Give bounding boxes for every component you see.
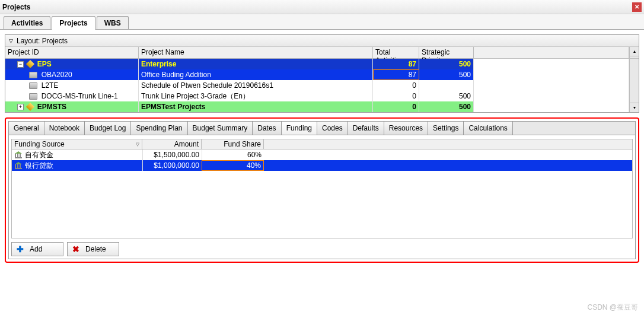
- expand-icon[interactable]: +: [17, 104, 24, 110]
- detail-tab-funding[interactable]: Funding: [282, 122, 317, 135]
- x-icon: ✖: [72, 244, 79, 254]
- plus-icon: ✚: [17, 244, 24, 254]
- grid-scrollbar[interactable]: ▾: [629, 59, 639, 112]
- delete-button[interactable]: ✖Delete: [67, 242, 119, 256]
- scroll-down-icon[interactable]: ▾: [630, 103, 639, 112]
- folder-icon: [29, 82, 37, 89]
- scroll-up-icon[interactable]: ▴: [630, 47, 639, 56]
- tab-wbs[interactable]: WBS: [97, 16, 129, 29]
- folder-icon: [29, 72, 37, 78]
- detail-tab-resources[interactable]: Resources: [384, 122, 428, 135]
- tab-projects[interactable]: Projects: [52, 16, 95, 30]
- close-button[interactable]: ✕: [632, 2, 642, 12]
- grid-header: Project ID Project Name Total Activities…: [5, 47, 639, 59]
- col-fund-share[interactable]: Fund Share: [202, 139, 264, 149]
- button-bar: ✚Add ✖Delete: [11, 242, 633, 256]
- col-amount[interactable]: Amount: [142, 139, 202, 149]
- layout-bar[interactable]: ▽ Layout: Projects: [5, 35, 639, 47]
- main-tabs: Activities Projects WBS: [0, 14, 644, 30]
- title-bar: Projects ✕: [0, 0, 644, 14]
- eps-icon: [26, 60, 34, 68]
- sort-icon: ▽: [136, 142, 139, 147]
- detail-tab-settings[interactable]: Settings: [428, 122, 464, 135]
- col-project-name[interactable]: Project Name: [139, 47, 373, 58]
- folder-icon: [29, 93, 37, 100]
- funding-row[interactable]: 自有资金 $1,500,000.00 60%: [12, 149, 632, 160]
- detail-tab-dates[interactable]: Dates: [253, 122, 281, 135]
- detail-tab-budget-log[interactable]: Budget Log: [85, 122, 131, 135]
- eps-icon: [26, 103, 34, 111]
- tab-activities[interactable]: Activities: [4, 16, 50, 29]
- col-spacer: [474, 47, 629, 58]
- col-funding-source[interactable]: Funding Source▽: [12, 139, 142, 149]
- col-total-activities[interactable]: Total Activities: [373, 47, 419, 58]
- detail-tab-calculations[interactable]: Calculations: [464, 122, 512, 135]
- grid-scrollbar-head: ▴: [629, 47, 639, 58]
- detail-tab-defaults[interactable]: Defaults: [348, 122, 384, 135]
- row-epmsts[interactable]: + EPMSTS EPMSTest Projects 0 500: [5, 101, 629, 112]
- row-eps[interactable]: − EPS Enterprise 87 500: [5, 59, 629, 69]
- detail-tab-spending-plan[interactable]: Spending Plan: [131, 122, 187, 135]
- table-row[interactable]: DOCG-MS-Trunk Line-1 Trunk Line Project …: [5, 91, 629, 101]
- funding-grid-body: 自有资金 $1,500,000.00 60% 银行贷款 $1,000,000.0…: [11, 149, 633, 238]
- funding-icon: [14, 151, 23, 158]
- window-title: Projects: [2, 3, 632, 11]
- layout-chevron-icon: ▽: [9, 38, 13, 44]
- funding-icon: [14, 162, 23, 169]
- col-project-id[interactable]: Project ID: [5, 47, 139, 58]
- col-strategic-priority[interactable]: Strategic Priority: [419, 47, 474, 58]
- table-row[interactable]: L2TE Schedule of Ptwen Schedule 20190616…: [5, 80, 629, 91]
- detail-panel-highlighted: GeneralNotebookBudget LogSpending PlanBu…: [5, 117, 639, 263]
- funding-panel: Funding Source▽ Amount Fund Share 自有资金 $…: [8, 135, 636, 259]
- detail-tabs: GeneralNotebookBudget LogSpending PlanBu…: [8, 121, 636, 135]
- add-button[interactable]: ✚Add: [11, 242, 63, 256]
- detail-tab-notebook[interactable]: Notebook: [44, 122, 85, 135]
- watermark: CSDN @蚕豆哥: [587, 303, 638, 313]
- row-selected[interactable]: OBA2020 Office Buding Addition 87 500: [5, 69, 629, 80]
- collapse-icon[interactable]: −: [17, 61, 24, 68]
- detail-tab-general[interactable]: General: [9, 122, 44, 135]
- funding-grid-header: Funding Source▽ Amount Fund Share: [11, 139, 633, 149]
- detail-tab-codes[interactable]: Codes: [317, 122, 348, 135]
- grid-body: − EPS Enterprise 87 500 OBA2020 Office B…: [5, 59, 629, 112]
- layout-label: Layout: Projects: [17, 37, 68, 45]
- projects-grid-panel: ▽ Layout: Projects Project ID Project Na…: [5, 34, 639, 113]
- detail-tab-budget-summary[interactable]: Budget Summary: [188, 122, 253, 135]
- funding-row-selected[interactable]: 银行贷款 $1,000,000.00 40%: [12, 160, 632, 171]
